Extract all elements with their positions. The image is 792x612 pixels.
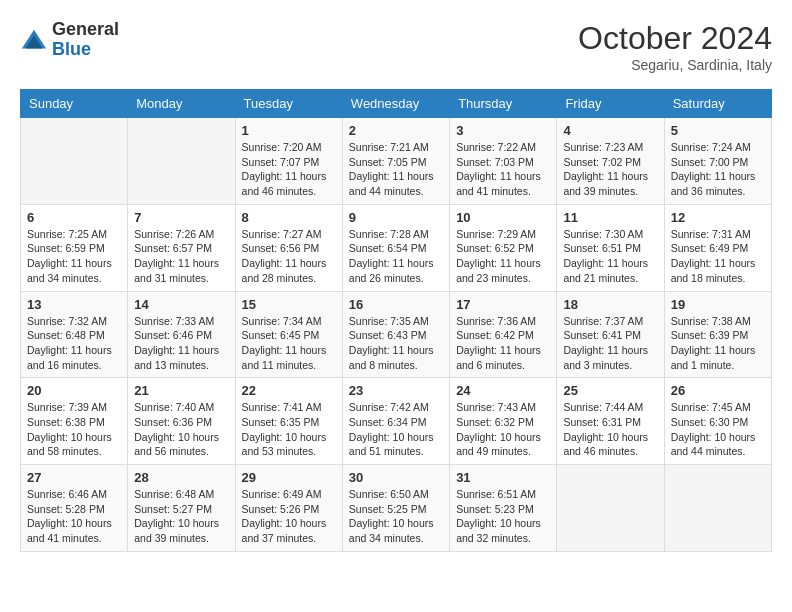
day-number: 29 xyxy=(242,470,336,485)
calendar-day-cell: 16Sunrise: 7:35 AM Sunset: 6:43 PM Dayli… xyxy=(342,291,449,378)
day-number: 18 xyxy=(563,297,657,312)
day-number: 30 xyxy=(349,470,443,485)
day-number: 19 xyxy=(671,297,765,312)
day-number: 10 xyxy=(456,210,550,225)
title-block: October 2024 Segariu, Sardinia, Italy xyxy=(578,20,772,73)
day-info: Sunrise: 7:29 AM Sunset: 6:52 PM Dayligh… xyxy=(456,227,550,286)
location: Segariu, Sardinia, Italy xyxy=(578,57,772,73)
calendar-table: SundayMondayTuesdayWednesdayThursdayFrid… xyxy=(20,89,772,552)
day-number: 12 xyxy=(671,210,765,225)
calendar-day-cell: 10Sunrise: 7:29 AM Sunset: 6:52 PM Dayli… xyxy=(450,204,557,291)
calendar-day-cell: 8Sunrise: 7:27 AM Sunset: 6:56 PM Daylig… xyxy=(235,204,342,291)
calendar-day-cell xyxy=(664,465,771,552)
logo: General Blue xyxy=(20,20,119,60)
calendar-day-cell: 7Sunrise: 7:26 AM Sunset: 6:57 PM Daylig… xyxy=(128,204,235,291)
calendar-day-cell: 22Sunrise: 7:41 AM Sunset: 6:35 PM Dayli… xyxy=(235,378,342,465)
calendar-day-cell: 20Sunrise: 7:39 AM Sunset: 6:38 PM Dayli… xyxy=(21,378,128,465)
calendar-day-cell: 28Sunrise: 6:48 AM Sunset: 5:27 PM Dayli… xyxy=(128,465,235,552)
calendar-day-cell: 5Sunrise: 7:24 AM Sunset: 7:00 PM Daylig… xyxy=(664,118,771,205)
weekday-header: Wednesday xyxy=(342,90,449,118)
calendar-day-cell: 21Sunrise: 7:40 AM Sunset: 6:36 PM Dayli… xyxy=(128,378,235,465)
day-number: 31 xyxy=(456,470,550,485)
day-number: 16 xyxy=(349,297,443,312)
calendar-day-cell: 14Sunrise: 7:33 AM Sunset: 6:46 PM Dayli… xyxy=(128,291,235,378)
day-number: 22 xyxy=(242,383,336,398)
day-info: Sunrise: 7:31 AM Sunset: 6:49 PM Dayligh… xyxy=(671,227,765,286)
calendar-day-cell: 25Sunrise: 7:44 AM Sunset: 6:31 PM Dayli… xyxy=(557,378,664,465)
calendar-day-cell: 1Sunrise: 7:20 AM Sunset: 7:07 PM Daylig… xyxy=(235,118,342,205)
day-info: Sunrise: 7:41 AM Sunset: 6:35 PM Dayligh… xyxy=(242,400,336,459)
day-info: Sunrise: 7:32 AM Sunset: 6:48 PM Dayligh… xyxy=(27,314,121,373)
day-info: Sunrise: 7:38 AM Sunset: 6:39 PM Dayligh… xyxy=(671,314,765,373)
day-number: 28 xyxy=(134,470,228,485)
calendar-day-cell: 9Sunrise: 7:28 AM Sunset: 6:54 PM Daylig… xyxy=(342,204,449,291)
day-number: 27 xyxy=(27,470,121,485)
calendar-day-cell: 17Sunrise: 7:36 AM Sunset: 6:42 PM Dayli… xyxy=(450,291,557,378)
day-number: 1 xyxy=(242,123,336,138)
day-number: 2 xyxy=(349,123,443,138)
calendar-day-cell xyxy=(557,465,664,552)
calendar-day-cell: 15Sunrise: 7:34 AM Sunset: 6:45 PM Dayli… xyxy=(235,291,342,378)
calendar-week-row: 6Sunrise: 7:25 AM Sunset: 6:59 PM Daylig… xyxy=(21,204,772,291)
day-info: Sunrise: 7:21 AM Sunset: 7:05 PM Dayligh… xyxy=(349,140,443,199)
day-info: Sunrise: 7:40 AM Sunset: 6:36 PM Dayligh… xyxy=(134,400,228,459)
day-info: Sunrise: 7:45 AM Sunset: 6:30 PM Dayligh… xyxy=(671,400,765,459)
weekday-header: Tuesday xyxy=(235,90,342,118)
calendar-week-row: 20Sunrise: 7:39 AM Sunset: 6:38 PM Dayli… xyxy=(21,378,772,465)
day-number: 26 xyxy=(671,383,765,398)
calendar-week-row: 1Sunrise: 7:20 AM Sunset: 7:07 PM Daylig… xyxy=(21,118,772,205)
day-number: 15 xyxy=(242,297,336,312)
day-info: Sunrise: 7:28 AM Sunset: 6:54 PM Dayligh… xyxy=(349,227,443,286)
day-number: 4 xyxy=(563,123,657,138)
day-info: Sunrise: 7:35 AM Sunset: 6:43 PM Dayligh… xyxy=(349,314,443,373)
calendar-day-cell: 12Sunrise: 7:31 AM Sunset: 6:49 PM Dayli… xyxy=(664,204,771,291)
day-number: 23 xyxy=(349,383,443,398)
day-info: Sunrise: 6:51 AM Sunset: 5:23 PM Dayligh… xyxy=(456,487,550,546)
day-info: Sunrise: 7:39 AM Sunset: 6:38 PM Dayligh… xyxy=(27,400,121,459)
day-info: Sunrise: 6:49 AM Sunset: 5:26 PM Dayligh… xyxy=(242,487,336,546)
day-info: Sunrise: 6:50 AM Sunset: 5:25 PM Dayligh… xyxy=(349,487,443,546)
day-info: Sunrise: 7:23 AM Sunset: 7:02 PM Dayligh… xyxy=(563,140,657,199)
weekday-header: Monday xyxy=(128,90,235,118)
day-info: Sunrise: 7:26 AM Sunset: 6:57 PM Dayligh… xyxy=(134,227,228,286)
page-header: General Blue October 2024 Segariu, Sardi… xyxy=(20,20,772,73)
calendar-day-cell: 26Sunrise: 7:45 AM Sunset: 6:30 PM Dayli… xyxy=(664,378,771,465)
calendar-day-cell xyxy=(21,118,128,205)
calendar-week-row: 27Sunrise: 6:46 AM Sunset: 5:28 PM Dayli… xyxy=(21,465,772,552)
day-number: 8 xyxy=(242,210,336,225)
calendar-day-cell: 31Sunrise: 6:51 AM Sunset: 5:23 PM Dayli… xyxy=(450,465,557,552)
calendar-day-cell: 11Sunrise: 7:30 AM Sunset: 6:51 PM Dayli… xyxy=(557,204,664,291)
weekday-header: Saturday xyxy=(664,90,771,118)
weekday-header-row: SundayMondayTuesdayWednesdayThursdayFrid… xyxy=(21,90,772,118)
day-info: Sunrise: 6:48 AM Sunset: 5:27 PM Dayligh… xyxy=(134,487,228,546)
day-info: Sunrise: 7:27 AM Sunset: 6:56 PM Dayligh… xyxy=(242,227,336,286)
day-number: 21 xyxy=(134,383,228,398)
day-number: 24 xyxy=(456,383,550,398)
day-info: Sunrise: 7:43 AM Sunset: 6:32 PM Dayligh… xyxy=(456,400,550,459)
month-title: October 2024 xyxy=(578,20,772,57)
day-info: Sunrise: 7:30 AM Sunset: 6:51 PM Dayligh… xyxy=(563,227,657,286)
weekday-header: Sunday xyxy=(21,90,128,118)
day-number: 11 xyxy=(563,210,657,225)
calendar-day-cell: 24Sunrise: 7:43 AM Sunset: 6:32 PM Dayli… xyxy=(450,378,557,465)
calendar-day-cell: 23Sunrise: 7:42 AM Sunset: 6:34 PM Dayli… xyxy=(342,378,449,465)
day-number: 6 xyxy=(27,210,121,225)
day-number: 25 xyxy=(563,383,657,398)
logo-icon xyxy=(20,26,48,54)
day-info: Sunrise: 7:24 AM Sunset: 7:00 PM Dayligh… xyxy=(671,140,765,199)
calendar-day-cell: 2Sunrise: 7:21 AM Sunset: 7:05 PM Daylig… xyxy=(342,118,449,205)
calendar-day-cell: 30Sunrise: 6:50 AM Sunset: 5:25 PM Dayli… xyxy=(342,465,449,552)
day-info: Sunrise: 6:46 AM Sunset: 5:28 PM Dayligh… xyxy=(27,487,121,546)
calendar-day-cell: 4Sunrise: 7:23 AM Sunset: 7:02 PM Daylig… xyxy=(557,118,664,205)
calendar-day-cell: 6Sunrise: 7:25 AM Sunset: 6:59 PM Daylig… xyxy=(21,204,128,291)
day-info: Sunrise: 7:33 AM Sunset: 6:46 PM Dayligh… xyxy=(134,314,228,373)
day-number: 14 xyxy=(134,297,228,312)
day-info: Sunrise: 7:36 AM Sunset: 6:42 PM Dayligh… xyxy=(456,314,550,373)
day-info: Sunrise: 7:37 AM Sunset: 6:41 PM Dayligh… xyxy=(563,314,657,373)
day-number: 13 xyxy=(27,297,121,312)
day-number: 20 xyxy=(27,383,121,398)
day-info: Sunrise: 7:22 AM Sunset: 7:03 PM Dayligh… xyxy=(456,140,550,199)
weekday-header: Friday xyxy=(557,90,664,118)
day-info: Sunrise: 7:20 AM Sunset: 7:07 PM Dayligh… xyxy=(242,140,336,199)
logo-text: General Blue xyxy=(52,20,119,60)
